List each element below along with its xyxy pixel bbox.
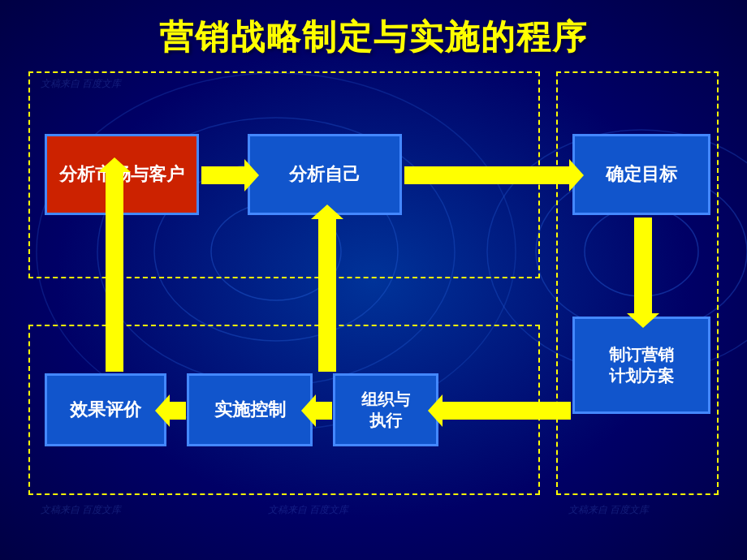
box-analyze-self: 分析自己 — [248, 134, 402, 215]
box-effect-eval: 效果评价 — [45, 373, 166, 446]
arrow-plan-to-organize — [441, 402, 571, 420]
box-make-plan: 制订营销 计划方案 — [572, 317, 710, 414]
arrow-organize-to-implement — [314, 402, 332, 420]
box-implement-control: 实施控制 — [187, 373, 313, 446]
arrow-feedback-mid-up — [318, 218, 336, 372]
arrow-goal-to-plan — [634, 218, 652, 315]
arrow-feedback-up-head — [98, 157, 131, 172]
arrow-implement-to-effect — [168, 402, 186, 420]
page-title: 营销战略制定与实施的程序 — [0, 15, 747, 60]
arrow-feedback-bottom — [106, 354, 123, 372]
arrow-market-to-self — [201, 166, 246, 184]
arrow-self-to-goal — [404, 166, 571, 184]
arrow-feedback-up — [106, 170, 123, 372]
box-organize-execute: 组织与 执行 — [333, 373, 438, 446]
arrow-feedback-mid-head — [311, 205, 343, 219]
box-set-goal: 确定目标 — [572, 134, 710, 215]
